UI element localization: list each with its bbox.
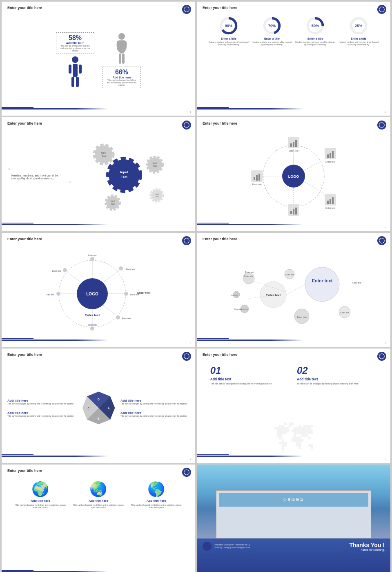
arrow-title-1: Add title here: [7, 399, 76, 402]
svg-text:Text: Text: [153, 165, 157, 167]
slide-1: Enter your title here 58% Add title here…: [2, 2, 195, 116]
step-1-num: 01: [210, 366, 290, 375]
logo-badge-1: 🎓: [182, 5, 191, 14]
donut-2-label: Enter a title: [264, 37, 280, 40]
svg-point-88: [116, 315, 120, 320]
svg-point-134: [379, 354, 385, 359]
slide-5-content: LOGO Enter text Enter text Enter text En…: [7, 243, 189, 340]
svg-rect-50: [293, 142, 294, 147]
step-2: 02 Add title text The title can be chang…: [297, 366, 377, 386]
female-figure: [114, 32, 130, 65]
slide-7: Enter your title here Add title here Tit…: [2, 349, 195, 463]
slide-num-1: 1: [190, 111, 191, 113]
svg-point-82: [90, 257, 94, 261]
slide-7-content: Add title here Title can be changed by c…: [7, 358, 189, 456]
svg-rect-7: [119, 54, 121, 64]
svg-point-40: [151, 190, 163, 201]
svg-text:Enter text: Enter text: [312, 278, 333, 283]
thanks-text: Thanks You ! Thanks for listening.: [349, 542, 385, 551]
decorative-line-4: [197, 224, 303, 225]
svg-point-94: [63, 268, 67, 272]
svg-point-105: [184, 238, 189, 244]
arrow-item-2: Add title here Title can be changed by c…: [120, 399, 189, 405]
svg-text:Enter text: Enter text: [352, 282, 361, 284]
slide-7-right: Add title here Title can be changed by c…: [120, 399, 189, 417]
svg-rect-61: [332, 197, 334, 204]
svg-text:A: A: [107, 407, 109, 410]
svg-text:Enter text: Enter text: [325, 207, 335, 209]
thanks-big: Thanks You !: [349, 542, 385, 548]
slide-3-gears: Input Text Input Text: [75, 142, 189, 212]
donut-3-label: Enter a title: [307, 37, 323, 40]
male-label: Add title here: [59, 42, 91, 45]
decorative-line-8: [197, 456, 303, 457]
donut-1-label: Enter a title: [221, 37, 236, 40]
female-block: 66% Add title here Title can be changed …: [102, 32, 141, 88]
slide-10: 다동대학교: [197, 465, 390, 572]
slide-num-3: 3: [190, 226, 191, 229]
donut-4: 25% Enter a title Headers, numbers, and …: [339, 16, 379, 46]
map-bg: 🗺: [274, 416, 313, 456]
svg-point-106: [305, 267, 339, 302]
presenter-text: Presenter: CollegePPT Instructor: Mr.Lu …: [214, 543, 250, 550]
svg-point-78: [379, 123, 385, 128]
svg-text:Enter text: Enter text: [231, 294, 238, 296]
logo-badge-9: [182, 468, 191, 477]
slide-6: Enter your title here Enter text Enter t…: [197, 233, 390, 347]
slide-3: Enter your title here " Headers, numbers…: [2, 117, 195, 231]
slide-4-content: LOGO Enter text Enter text: [203, 127, 385, 225]
svg-text:90%: 90%: [225, 24, 232, 28]
slide-6-content: Enter text Enter text Enter text Enter t…: [203, 243, 385, 340]
arrow-desc-3: Title can be changed by clicking and re-…: [7, 415, 76, 418]
svg-rect-8: [122, 54, 125, 64]
slide-9-title: Enter your title here: [7, 469, 189, 473]
slide-num-5: 5: [190, 342, 191, 344]
svg-rect-54: [327, 154, 329, 158]
arrow-item-1: Add title here Title can be changed by c…: [7, 399, 76, 405]
decorative-line-5: [2, 340, 108, 341]
slide-4: Enter your title here LOGO Enter text: [197, 117, 390, 231]
slide-1-title: Enter your title here: [7, 6, 189, 10]
female-desc: Title can be changed by clicking and re-…: [105, 79, 138, 86]
svg-rect-49: [290, 143, 292, 147]
svg-text:Enter text: Enter text: [325, 161, 335, 163]
arrow-desc-2: Title can be changed by clicking and re-…: [120, 402, 189, 405]
logo-badge-2: [377, 5, 386, 14]
slide-num-4: 4: [385, 226, 386, 229]
svg-point-23: [379, 7, 385, 12]
donut-1-desc: Headers, numbers, and more can all be ch…: [209, 41, 249, 46]
slide-7-title: Enter your title here: [7, 353, 189, 357]
svg-point-90: [90, 326, 94, 331]
arrow-item-4: Add title here Title can be changed by c…: [120, 411, 189, 418]
slide-8: Enter your title here 🗺 01 Add title tex…: [197, 349, 390, 463]
svg-rect-71: [258, 174, 260, 181]
slide-8-content: 🗺 01 Add title text The title can be cha…: [203, 358, 385, 456]
svg-text:Input: Input: [101, 152, 107, 154]
decorative-line-7: [2, 456, 108, 457]
svg-rect-60: [330, 199, 331, 204]
svg-text:Text: Text: [155, 196, 159, 198]
slide-9: Enter your title here 🌍 Add title here T…: [2, 465, 195, 572]
slide-6-title: Enter your title here: [203, 237, 385, 241]
decorative-line-2: [197, 108, 303, 109]
svg-text:Input: Input: [155, 193, 159, 195]
globe-2-title: Add title here: [89, 499, 108, 503]
svg-text:50%: 50%: [312, 24, 319, 28]
svg-point-128: [379, 238, 385, 244]
step-2-title: Add title text: [297, 377, 377, 381]
slide-9-content: 🌍 Add title here Title can be changed by…: [7, 474, 189, 572]
slide-5: Enter your title here LOGO Enter text En…: [2, 233, 195, 347]
svg-text:Enter text: Enter text: [252, 183, 262, 185]
logo-badge-8: [377, 352, 386, 361]
slide-2: Enter your title here 90% Enter a title …: [197, 2, 390, 116]
male-figure: [67, 56, 83, 88]
globe-1-desc: Title can be changed by clicking and re-…: [13, 504, 68, 509]
arrow-title-3: Add title here: [7, 411, 76, 415]
svg-rect-70: [256, 175, 258, 181]
svg-line-97: [103, 270, 119, 282]
logo-badge-3: [182, 121, 191, 130]
globe-1-icon: 🌍: [31, 481, 49, 498]
female-label: Add title here: [105, 76, 138, 79]
svg-text:Text: Text: [102, 155, 106, 157]
arrow-desc-1: Title can be changed by clicking and re-…: [7, 402, 76, 405]
